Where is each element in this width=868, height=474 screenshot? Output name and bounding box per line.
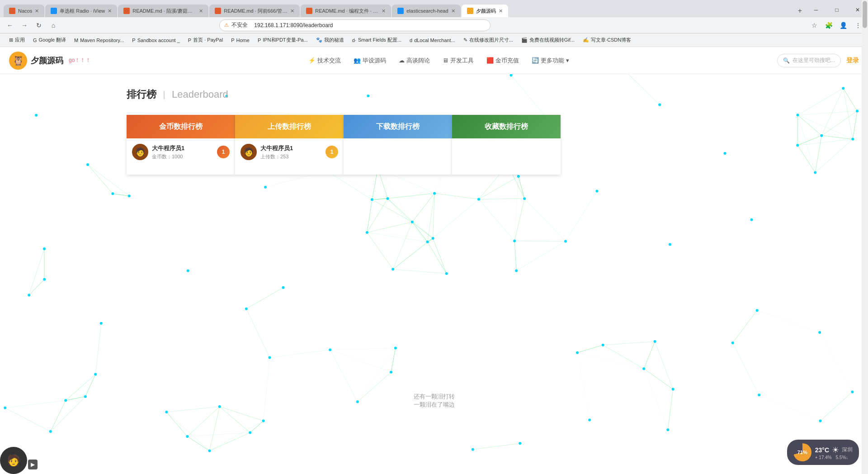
nav-link-label: 金币充值 [495,57,519,65]
nav-link-icon: 🖥 [443,57,448,64]
tab-favicon [306,8,312,14]
expand-button[interactable]: ▶ [28,460,38,469]
bookmark-icon: ✍ [583,37,589,43]
footer-line2: 一颗泪在了嘴边 [414,401,455,409]
new-tab-button[interactable]: + [794,5,806,17]
nav-link[interactable]: ⚡技术交流 [302,47,347,74]
browser-chrome: Nacos ✕ 单选框 Radio · iView ✕ README.md · … [0,0,868,47]
tab-favicon [9,8,15,14]
tab-label: README.md · 阿前666/管资抢... [224,8,288,14]
lb-stat: 金币数：1000 [152,153,213,160]
bookmark-label: 写文章·CSDN博客 [591,37,631,43]
bookmark-icon: 🎬 [521,37,528,43]
bookmark-item[interactable]: 🐾我的秘道 [312,36,348,44]
browser-tab[interactable]: README.md · 阿前666/管资抢... ✕ [209,5,300,17]
weather-widget: 71% 23°C ☀ 深圳 + 17.4% 5.5%↓ [787,440,859,465]
nav-link-label: 更多功能 [541,57,564,65]
bookmark-item[interactable]: MMaven Repository... [71,37,127,44]
bookmark-item[interactable]: ddLocal Merchant... [406,37,459,44]
search-box[interactable]: 🔍 在这里可劲搜吧... [777,54,841,67]
browser-tab[interactable]: 夕颜源码 ✕ [462,5,508,17]
app-header: 🦉 夕颜源码 go！！！ ⚡技术交流👥毕设源码☁高谈阔论🖥开发工具🟥金币充值🔄更… [0,47,868,74]
profile-button[interactable]: 👤 [837,19,850,32]
tab-close[interactable]: ✕ [290,8,294,14]
browser-tab[interactable]: README.md · 陌溪/蘑菇博客 ·... ✕ [118,5,208,17]
tab-favicon [397,8,404,14]
bookmark-label: 我的秘道 [324,37,344,43]
bookmark-icon: ✎ [463,37,467,43]
bookmark-button[interactable]: ☆ [808,19,821,32]
bookmark-item[interactable]: GGoogle 翻译 [29,36,70,44]
bookmark-item[interactable]: d·Smart Fields 配置... [349,36,405,44]
tab-close[interactable]: ✕ [499,8,503,14]
page-title-en: Leaderboard [172,89,228,100]
back-button[interactable]: ← [4,19,16,32]
login-button[interactable]: 登录 [846,57,859,65]
leaderboard-cards: 金币数排行榜 🧑 大牛程序员1 金币数：1000 1 上传数排行榜 🧑 大牛程序… [127,115,561,175]
site-title: 夕颜源码 [31,55,63,66]
nav-link[interactable]: 🔄更多功能▾ [525,47,576,74]
bookmark-icon: G [33,38,37,43]
address-box[interactable]: ⚠ 不安全 192.168.1.171:8090/leaderboard [219,19,491,31]
bookmark-item[interactable]: 🎬免费在线视频转Gif... [518,36,578,44]
site-slogan: go！！！ [69,57,91,64]
tab-close[interactable]: ✕ [382,8,386,14]
leaderboard-card-header[interactable]: 上传数排行榜 [235,115,344,138]
tab-close[interactable]: ✕ [451,8,455,14]
bookmark-item[interactable]: PSandbox account _ [128,37,184,44]
bookmarks-bar: ⊞应用GGoogle 翻译MMaven Repository...PSandbo… [0,33,868,47]
bookmark-label: 应用 [15,37,25,43]
weather-info: 23°C ☀ 深圳 + 17.4% 5.5%↓ [815,445,853,460]
nav-link[interactable]: ☁高谈阔论 [392,47,436,74]
home-button[interactable]: ⌂ [47,19,60,32]
bookmark-item[interactable]: ✎在线修改图片尺寸... [460,36,517,44]
page-title-sep: ｜ [160,89,168,100]
bookmark-item[interactable]: P首页 · PayPal [184,36,226,44]
avatar: 🧑 [132,144,148,160]
bookmark-label: 在线修改图片尺寸... [469,37,513,43]
bookmark-item[interactable]: ⊞应用 [5,36,28,44]
leaderboard-card-header[interactable]: 下载数排行榜 [344,115,452,138]
leaderboard-entry: 🧑 大牛程序员1 上传数：253 1 [241,144,338,160]
bookmark-label: dLocal Merchant... [414,38,455,43]
bookmark-item[interactable]: ✍写文章·CSDN博客 [579,36,635,44]
bookmark-label: 免费在线视频转Gif... [529,37,575,43]
nav-link[interactable]: 👥毕设源码 [347,47,392,74]
bookmark-label: Home [236,38,250,43]
leaderboard-card: 下载数排行榜 [344,115,452,175]
lb-info: 大牛程序员1 金币数：1000 [152,144,213,160]
leaderboard-card-body [344,138,452,175]
nav-link[interactable]: 🟥金币充值 [480,47,525,74]
maximize-button[interactable]: □ [826,3,847,17]
bookmark-item[interactable]: PIPN和PDT变量-Pa... [254,36,311,44]
security-label: 不安全 [231,21,248,29]
tab-label: elasticsearch-head [406,8,448,14]
browser-tab[interactable]: README.md · 编程文件 · brigh... ✕ [301,5,391,17]
tab-close[interactable]: ✕ [35,8,39,14]
reload-button[interactable]: ↻ [33,19,45,32]
forward-button[interactable]: → [18,19,31,32]
search-placeholder: 在这里可劲搜吧... [793,57,835,64]
leaderboard-card-header[interactable]: 金币数排行榜 [127,115,235,138]
leaderboard-card-header[interactable]: 收藏数排行榜 [452,115,561,138]
browser-tab[interactable]: elasticsearch-head ✕ [392,5,460,17]
leaderboard-card-body: 🧑 大牛程序员1 上传数：253 1 [235,138,344,175]
scrollbar-thumb[interactable] [863,1,867,28]
window-controls: ─ □ ✕ [806,3,868,17]
nav-link[interactable]: 🖥开发工具 [436,47,480,74]
security-icon: ⚠ [224,22,229,28]
page-content: 排行榜 ｜ Leaderboard 金币数排行榜 🧑 大牛程序员1 金币数：10… [0,74,868,175]
tab-close[interactable]: ✕ [108,8,112,14]
browser-tab[interactable]: Nacos ✕ [4,5,44,17]
extensions-button[interactable]: 🧩 [823,19,835,32]
bookmark-label: IPN和PDT变量-Pa... [263,37,308,43]
browser-tab[interactable]: 单选框 Radio · iView ✕ [45,5,117,17]
bookmark-label: Smart Fields 配置... [358,37,401,43]
scrollbar[interactable] [862,0,868,474]
nav-link-icon: 🟥 [486,57,494,64]
minimize-button[interactable]: ─ [806,3,826,17]
nav-link-icon: 🔄 [532,57,539,64]
tab-close[interactable]: ✕ [199,8,203,14]
nav-link-label: 高谈阔论 [406,57,430,65]
bookmark-item[interactable]: PHome [227,37,253,44]
